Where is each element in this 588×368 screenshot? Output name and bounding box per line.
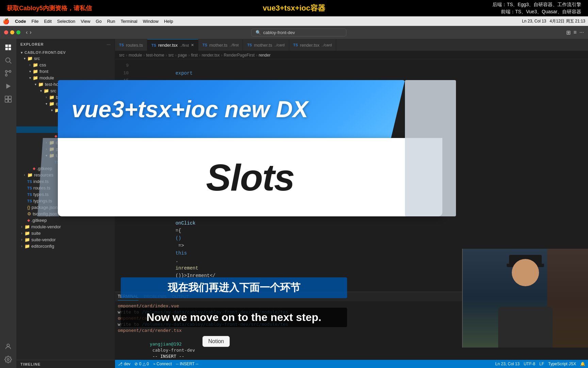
search-box[interactable]: 🔍 cabloy-front-dev (251, 29, 346, 36)
tab-mother-first[interactable]: TS mother.ts ../first (198, 39, 243, 51)
extensions-icon[interactable] (2, 93, 14, 105)
panel-tab-terminal[interactable]: TERMINAL (118, 293, 138, 301)
breadcrumb-test-home[interactable]: test-home (146, 53, 164, 58)
status-position[interactable]: Ln 23, Col 13 (495, 362, 520, 366)
tab-close-icon[interactable]: ✕ (191, 43, 194, 47)
sidebar-item-components[interactable]: ▾ 📁 components (16, 101, 115, 107)
close-button[interactable] (4, 30, 8, 34)
breadcrumb-src2[interactable]: src (168, 53, 174, 58)
source-control-icon[interactable] (2, 67, 14, 79)
debug-icon[interactable] (2, 80, 14, 92)
status-encoding[interactable]: UTF-8 (524, 362, 535, 366)
sidebar-item-bean[interactable]: › 📁 bean (16, 94, 115, 101)
menu-terminal[interactable]: Terminal (121, 19, 137, 24)
panel-chevron-up-icon[interactable]: ∧ (567, 293, 571, 300)
apple-logo[interactable]: 🍎 (3, 18, 10, 25)
status-git[interactable]: ⎇ dev (118, 362, 130, 366)
sidebar-item-module[interactable]: ▾ 📁 module (16, 75, 115, 81)
code-editor[interactable]: 9 10 15 16 export class RenderPageFirst (115, 59, 588, 292)
breadcrumb-class[interactable]: RenderPageFirst (224, 53, 255, 58)
tab-mother-card[interactable]: TS mother.ts ../card (243, 39, 289, 51)
status-language[interactable]: TypeScript JSX (548, 362, 576, 366)
title-nav: ‹ › (26, 29, 32, 35)
explorer-icon[interactable] (2, 42, 14, 53)
panel-tab-output[interactable]: OUTPUT (172, 293, 189, 301)
folder-icon: 📁 (24, 224, 30, 229)
breadcrumb-module[interactable]: module (129, 53, 142, 58)
sidebar-item-gitkeep3[interactable]: ◆ .gitkeep (16, 217, 115, 224)
sidebar-item-routests[interactable]: TS routes.ts (16, 185, 115, 191)
sidebar-item-card[interactable]: ▾ 📁 card (16, 107, 115, 113)
sidebar-item-css[interactable]: › 📁 css (16, 62, 115, 68)
sidebar-item-page[interactable]: › 📁 page (16, 146, 115, 152)
menu-go[interactable]: Go (96, 19, 101, 24)
accounts-icon[interactable] (2, 341, 14, 352)
menu-help[interactable]: Help (164, 19, 173, 24)
class-name: RenderPageFirst (176, 101, 218, 106)
tab-routes[interactable]: TS routes.ts (115, 39, 147, 51)
search-activity-icon[interactable] (2, 55, 14, 66)
code-line-10: render () { (135, 152, 585, 189)
sidebar-item-tsconfigjson[interactable]: ⚙ tsconfig.json (16, 211, 115, 217)
menu-selection[interactable]: Selection (57, 19, 75, 24)
sidebar-item-typests[interactable]: TS types.ts (16, 191, 115, 198)
minimize-button[interactable] (10, 30, 14, 34)
sidebar-item-gitkeep-card[interactable]: ◆ .gitkeep (16, 133, 115, 139)
menu-file[interactable]: File (32, 19, 39, 24)
menu-code[interactable]: Code (15, 19, 26, 24)
panel-more-icon[interactable]: ··· (574, 293, 578, 300)
tree-root-folder[interactable]: ▾ CABLOY-FRONT-DEV (16, 50, 115, 55)
status-errors[interactable]: ⊘ 0 △ 0 (134, 362, 149, 366)
breadcrumb-first[interactable]: first (191, 53, 197, 58)
status-line-ending[interactable]: LF (539, 362, 544, 366)
nav-forward-icon[interactable]: › (30, 29, 31, 35)
breadcrumb-src[interactable]: src (119, 53, 125, 58)
sidebar-item-index-vue[interactable]: V index.vue (16, 113, 115, 120)
layout-icon[interactable]: ≡ (573, 29, 576, 36)
breadcrumb-method[interactable]: render (259, 53, 271, 58)
tab-render-card[interactable]: TS render.tsx ../card (289, 39, 337, 51)
chevron-down-icon: ▾ (27, 76, 33, 80)
more-icon[interactable]: ··· (579, 29, 584, 36)
settings-icon[interactable] (2, 354, 14, 365)
sidebar-item-src[interactable]: ▾ 📁 src (16, 55, 115, 62)
sidebar-item-tfile[interactable]: TS ... (16, 159, 115, 165)
sidebar-item-modulevendor[interactable]: › 📁 module-vendor (16, 224, 115, 230)
sidebar-item-test-home[interactable]: ▾ 📁 test-home (16, 81, 115, 88)
notion-button[interactable]: Notion (202, 336, 230, 347)
tab-render-first[interactable]: TS render.tsx ../first ✕ (147, 39, 198, 51)
nav-back-icon[interactable]: ‹ (26, 29, 28, 35)
breadcrumb-page[interactable]: page (178, 53, 187, 58)
sidebar-item-packagejson[interactable]: {} package.json (16, 204, 115, 211)
maximize-button[interactable] (16, 30, 20, 34)
sidebar-item-resources[interactable]: › 📁 resources (16, 172, 115, 178)
tree-components-label: components (56, 101, 112, 106)
sidebar-item-gitkeep-root[interactable]: ◆ .gitkeep (16, 165, 115, 172)
sidebar-item-config[interactable]: › 📁 config (16, 139, 115, 146)
sidebar-more-icon[interactable]: ··· (107, 42, 111, 47)
menu-view[interactable]: View (81, 19, 90, 24)
status-connect[interactable]: ⌁ Connect (153, 362, 172, 366)
terminal-line-1: omponent/card/index.vue (118, 303, 585, 309)
chevron-right-icon: › (27, 63, 33, 67)
breadcrumb-file[interactable]: render.tsx (202, 53, 220, 58)
menu-edit[interactable]: Edit (44, 19, 51, 24)
sidebar-item-src2[interactable]: ▾ 📁 src (16, 88, 115, 94)
panel-close-icon[interactable]: ✕ (581, 293, 585, 300)
menu-run[interactable]: Run (107, 19, 115, 24)
sidebar-item-t[interactable]: ▾ 📁 t... (16, 152, 115, 159)
git-file-icon: ◆ (27, 218, 30, 223)
sidebar-item-front[interactable]: ▾ 📁 front (16, 68, 115, 75)
sidebar-item-editorconfig[interactable]: › 📁 editorconfig (16, 243, 115, 249)
split-editor-icon[interactable]: ⊞ (566, 29, 571, 36)
sidebar-item-render-tsx[interactable]: TS render.tsx (16, 126, 115, 133)
sidebar-item-suite[interactable]: › 📁 suite (16, 230, 115, 236)
sidebar-item-suitevendor[interactable]: › 📁 suite-vendor (16, 236, 115, 243)
sidebar-item-indexts[interactable]: TS index.ts (16, 178, 115, 185)
ts-icon: TS (293, 43, 298, 47)
panel-tab-problems[interactable]: PROBLEMS (144, 293, 167, 301)
menu-window[interactable]: Window (143, 19, 159, 24)
sidebar-item-typingsts[interactable]: TS typings.ts (16, 198, 115, 204)
status-notifications-icon[interactable]: 🔔 (580, 362, 585, 366)
sidebar-item-mother-ts[interactable]: TS mother.ts (16, 120, 115, 126)
